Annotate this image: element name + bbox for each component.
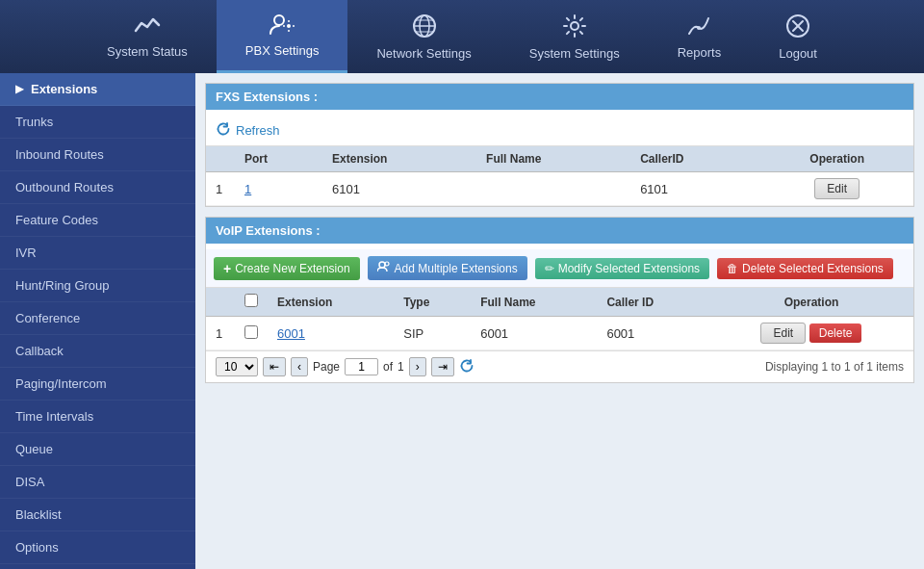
page-label: Page — [313, 360, 340, 374]
voip-select-all-checkbox[interactable] — [244, 294, 258, 307]
sidebar-item-options-label: Options — [15, 540, 59, 555]
content-area: FXS Extensions : Refresh Port Extension — [195, 73, 924, 569]
last-page-button[interactable]: ⇥ — [431, 357, 454, 376]
sidebar-item-extensions-label: Extensions — [31, 82, 97, 96]
sidebar-item-disa[interactable]: DISA — [0, 466, 195, 499]
network-settings-icon — [412, 13, 437, 42]
voip-toolbar: + Create New Extension Add Multiple Exte… — [206, 249, 913, 288]
sidebar-item-hunt-ring-group[interactable]: Hunt/Ring Group — [0, 270, 195, 302]
trash-icon: 🗑 — [727, 262, 738, 275]
plus-icon: + — [223, 261, 231, 276]
svg-point-12 — [697, 26, 701, 30]
page-input[interactable] — [345, 358, 378, 375]
nav-system-status[interactable]: System Status — [78, 0, 217, 73]
nav-pbx-settings-label: PBX Settings — [245, 43, 320, 58]
pagination-bar: 10 25 50 ⇤ ‹ Page of 1 › ⇥ — [206, 350, 913, 382]
sidebar-item-time-intervals[interactable]: Time Intervals — [0, 401, 195, 433]
nav-system-status-label: System Status — [107, 44, 188, 59]
sidebar-item-trunks[interactable]: Trunks — [0, 106, 195, 139]
nav-logout-label: Logout — [779, 46, 817, 61]
fxs-row-port: 1 — [235, 172, 322, 206]
fxs-row-operation: Edit — [760, 172, 913, 206]
nav-logout[interactable]: Logout — [750, 0, 846, 73]
fxs-refresh-label: Refresh — [236, 123, 280, 138]
sidebar-item-feature-codes[interactable]: Feature Codes — [0, 204, 195, 237]
sidebar-item-sip-settings[interactable]: SIP Settings — [0, 564, 195, 569]
voip-col-operation: Operation — [709, 288, 913, 317]
sidebar-item-outbound-routes[interactable]: Outbound Routes — [0, 171, 195, 204]
delete-selected-label: Delete Selected Extensions — [742, 262, 884, 275]
sidebar-item-extensions[interactable]: ▶ Extensions — [0, 73, 195, 106]
fxs-refresh-icon — [216, 121, 231, 140]
fxs-port-link[interactable]: 1 — [244, 182, 251, 196]
sidebar-item-ivr[interactable]: IVR — [0, 237, 195, 270]
voip-col-type: Type — [394, 288, 471, 317]
nav-reports[interactable]: Reports — [649, 0, 751, 73]
first-page-button[interactable]: ⇤ — [263, 357, 286, 376]
sidebar-item-paging-intercom[interactable]: Paging/Intercom — [0, 368, 195, 401]
sidebar-item-callback-label: Callback — [15, 344, 64, 358]
sidebar-item-queue[interactable]: Queue — [0, 433, 195, 466]
sidebar-item-inbound-routes[interactable]: Inbound Routes — [0, 139, 195, 171]
add-multiple-label: Add Multiple Extensions — [395, 262, 518, 275]
expand-icon: ▶ — [15, 83, 23, 95]
voip-col-callerid: Caller ID — [597, 288, 709, 317]
sidebar-item-trunks-label: Trunks — [15, 115, 53, 129]
sidebar-item-conference[interactable]: Conference — [0, 302, 195, 335]
system-status-icon — [134, 15, 161, 40]
create-new-extension-button[interactable]: + Create New Extension — [214, 257, 360, 280]
sidebar-item-time-intervals-label: Time Intervals — [15, 409, 93, 424]
prev-page-button[interactable]: ‹ — [291, 357, 308, 376]
fxs-col-num — [206, 146, 235, 172]
nav-network-settings-label: Network Settings — [376, 46, 471, 61]
sidebar: ▶ Extensions Trunks Inbound Routes Outbo… — [0, 73, 195, 569]
fxs-table: Port Extension Full Name CallerID Operat… — [206, 146, 913, 206]
voip-row-callerid: 6001 — [597, 317, 709, 350]
nav-pbx-settings[interactable]: PBX Settings — [217, 0, 348, 73]
top-navigation: System Status PBX Settings — [0, 0, 924, 73]
sidebar-item-options[interactable]: Options — [0, 531, 195, 564]
voip-extensions-section: VoIP Extensions : + Create New Extension — [205, 217, 914, 383]
fxs-edit-button[interactable]: Edit — [814, 178, 860, 199]
fxs-col-extension: Extension — [322, 146, 476, 172]
pagination-refresh-icon[interactable] — [459, 358, 475, 376]
sidebar-item-blacklist-label: Blacklist — [15, 507, 62, 522]
voip-row-operations: Edit Delete — [709, 317, 913, 350]
voip-title: VoIP Extensions : — [216, 223, 321, 238]
next-page-button[interactable]: › — [409, 357, 426, 376]
fxs-col-callerid: CallerID — [630, 146, 760, 172]
voip-extension-link[interactable]: 6001 — [277, 326, 305, 341]
voip-table-row: 1 6001 SIP 6001 6001 Edit Delete — [206, 317, 913, 350]
voip-delete-button[interactable]: Delete — [809, 323, 862, 343]
modify-selected-button[interactable]: ✏ Modify Selected Extensions — [535, 258, 709, 279]
sidebar-item-feature-codes-label: Feature Codes — [15, 213, 98, 227]
sidebar-item-blacklist[interactable]: Blacklist — [0, 499, 195, 531]
reports-icon — [686, 14, 711, 41]
fxs-row-num: 1 — [206, 172, 235, 206]
pagination-left: 10 25 50 ⇤ ‹ Page of 1 › ⇥ — [216, 357, 475, 376]
nav-network-settings[interactable]: Network Settings — [347, 0, 500, 73]
add-multiple-extensions-button[interactable]: Add Multiple Extensions — [368, 256, 527, 280]
sidebar-item-outbound-routes-label: Outbound Routes — [15, 180, 114, 194]
fxs-refresh-bar[interactable]: Refresh — [206, 116, 913, 146]
voip-edit-button[interactable]: Edit — [760, 323, 806, 344]
logout-icon — [785, 13, 810, 42]
voip-row-checkbox[interactable] — [244, 325, 258, 339]
nav-system-settings-label: System Settings — [529, 46, 620, 61]
sidebar-item-conference-label: Conference — [15, 311, 80, 325]
voip-col-num — [206, 288, 235, 317]
voip-col-extension: Extension — [268, 288, 394, 317]
fxs-col-fullname: Full Name — [476, 146, 630, 172]
sidebar-item-hunt-ring-group-label: Hunt/Ring Group — [15, 278, 110, 293]
fxs-row-callerid: 6101 — [630, 172, 760, 206]
fxs-row-fullname — [476, 172, 630, 206]
sidebar-item-callback[interactable]: Callback — [0, 335, 195, 368]
sidebar-item-ivr-label: IVR — [15, 246, 37, 260]
per-page-select[interactable]: 10 25 50 — [216, 357, 258, 376]
voip-row-fullname: 6001 — [471, 317, 597, 350]
voip-col-checkbox — [235, 288, 268, 317]
total-pages: 1 — [398, 360, 404, 374]
delete-selected-button[interactable]: 🗑 Delete Selected Extensions — [717, 258, 893, 279]
svg-point-16 — [379, 262, 385, 268]
nav-system-settings[interactable]: System Settings — [500, 0, 649, 73]
